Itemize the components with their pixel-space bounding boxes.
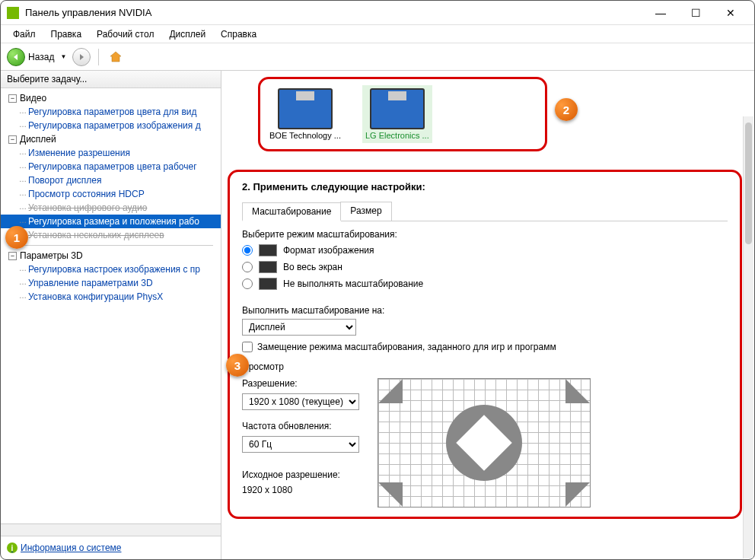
perform-on-select[interactable]: Дисплей: [242, 319, 356, 336]
window-title: Панель управления NVIDIA: [25, 7, 643, 18]
tree-item-3d-manage[interactable]: Управление параметрами 3D: [1, 276, 221, 290]
tree-group-display[interactable]: −Дисплей: [1, 132, 221, 146]
body: Выберите задачу... −Видео Регулировка па…: [1, 71, 754, 559]
display-item-lg[interactable]: LG Electronics ...: [362, 85, 432, 143]
minimize-button[interactable]: —: [643, 1, 678, 25]
system-info-link[interactable]: i Информация о системе: [1, 536, 221, 559]
tree-item-adjust-size-position[interactable]: Регулировка размера и положения рабо: [1, 215, 221, 228]
settings-heading: 2. Применить следующие настройки:: [242, 181, 728, 192]
maximize-button[interactable]: ☐: [678, 1, 713, 25]
menu-desktop[interactable]: Рабочий стол: [91, 27, 160, 41]
tree-item-desktop-color[interactable]: Регулировка параметров цвета рабочег: [1, 160, 221, 173]
corner-tri-icon: [378, 379, 403, 403]
corner-tri-icon: [565, 482, 590, 507]
menubar: Файл Правка Рабочий стол Дисплей Справка: [1, 25, 754, 43]
back-button[interactable]: [7, 48, 25, 66]
radio-none[interactable]: [242, 278, 253, 289]
arrow-left-icon: [11, 52, 21, 62]
sidebar-header: Выберите задачу...: [1, 71, 221, 88]
tab-size[interactable]: Размер: [340, 202, 391, 221]
home-button[interactable]: [107, 48, 125, 66]
app-window: 1 2 3 Панель управления NVIDIA — ☐ ✕ Фай…: [0, 0, 755, 560]
test-pattern-preview: [378, 378, 591, 508]
menu-edit[interactable]: Правка: [45, 27, 88, 41]
toolbar-divider: [98, 49, 99, 65]
tree-group-3d[interactable]: −Параметры 3D: [1, 249, 221, 262]
sidebar: Выберите задачу... −Видео Регулировка па…: [1, 71, 221, 559]
toolbar: Назад ▼: [1, 43, 754, 71]
menu-display[interactable]: Дисплей: [163, 27, 212, 41]
arrow-right-icon: [77, 52, 86, 62]
task-tree: −Видео Регулировка параметров цвета для …: [1, 88, 221, 523]
home-icon: [109, 50, 123, 64]
center-square-icon: [456, 415, 512, 471]
refresh-label: Частота обновления:: [242, 421, 359, 431]
tree-item-video-color[interactable]: Регулировка параметров цвета для вид: [1, 105, 221, 119]
tree-item-digital-audio[interactable]: Установка цифрового аудио: [1, 201, 221, 215]
tree-divider: [8, 245, 213, 246]
center-circle-icon: [446, 405, 522, 481]
menu-file[interactable]: Файл: [7, 27, 42, 41]
scrollbar-thumb[interactable]: [745, 123, 752, 244]
displays-selection-box: BOE Technology ... LG Electronics ...: [258, 77, 547, 151]
scaling-mode-none[interactable]: Не выполнять масштабирование: [242, 278, 728, 290]
tab-scaling[interactable]: Масштабирование: [242, 202, 341, 221]
titlebar: Панель управления NVIDIA — ☐ ✕: [1, 1, 754, 25]
override-scaling-checkbox[interactable]: [242, 342, 253, 352]
scaling-mode-fullscreen[interactable]: Во весь экран: [242, 261, 728, 273]
display-label: LG Electronics ...: [365, 131, 429, 140]
monitor-icon: [370, 88, 425, 129]
corner-tri-icon: [565, 379, 590, 403]
native-res-value: 1920 x 1080: [242, 485, 359, 495]
info-icon: i: [7, 542, 18, 553]
menu-help[interactable]: Справка: [215, 27, 263, 41]
sidebar-horizontal-scrollbar[interactable]: [1, 523, 221, 536]
tree-item-hdcp-status[interactable]: Просмотр состояния HDCP: [1, 187, 221, 201]
radio-aspect[interactable]: [242, 245, 253, 256]
content-pane: BOE Technology ... LG Electronics ... 2.…: [221, 71, 754, 559]
tree-item-3d-image[interactable]: Регулировка настроек изображения с пр: [1, 262, 221, 276]
resolution-select[interactable]: 1920 x 1080 (текущее): [242, 393, 359, 410]
scaling-mode-aspect[interactable]: Формат изображения: [242, 244, 728, 256]
tree-item-physx[interactable]: Установка конфигурации PhysX: [1, 290, 221, 304]
display-label: BOE Technology ...: [269, 131, 341, 140]
display-item-boe[interactable]: BOE Technology ...: [266, 85, 344, 143]
tree-item-multiple-displays[interactable]: Установка нескольких дисплеев: [1, 228, 221, 242]
preview-heading: Просмотр: [242, 361, 728, 372]
annotation-marker-3: 3: [226, 354, 249, 377]
nvidia-icon: [7, 7, 19, 19]
tree-group-video[interactable]: −Видео: [1, 91, 221, 105]
forward-button[interactable]: [72, 48, 91, 66]
radio-fullscreen[interactable]: [242, 262, 253, 272]
perform-on-label: Выполнить масштабирование на:: [242, 305, 728, 316]
monitor-icon: [278, 88, 333, 129]
fullscreen-icon: [259, 261, 277, 273]
override-scaling-checkbox-row[interactable]: Замещение режима масштабирования, заданн…: [242, 342, 728, 352]
close-button[interactable]: ✕: [713, 1, 748, 25]
tree-item-change-resolution[interactable]: Изменение разрешения: [1, 146, 221, 160]
settings-box: 2. Применить следующие настройки: Масшта…: [228, 170, 742, 519]
noscale-icon: [259, 278, 277, 290]
back-label: Назад: [28, 52, 54, 62]
refresh-select[interactable]: 60 Гц: [242, 436, 359, 453]
expander-icon[interactable]: −: [8, 94, 17, 103]
back-history-dropdown[interactable]: ▼: [57, 53, 69, 60]
expander-icon[interactable]: −: [8, 252, 17, 260]
scaling-mode-label: Выберите режим масштабирования:: [242, 229, 728, 240]
content-scrollbar[interactable]: [743, 116, 753, 558]
preview-area: Разрешение: 1920 x 1080 (текущее) Частот…: [242, 378, 728, 508]
annotation-marker-1: 1: [5, 226, 28, 249]
tree-item-video-image[interactable]: Регулировка параметров изображения д: [1, 119, 221, 132]
native-res-label: Исходное разрешение:: [242, 469, 359, 480]
tree-item-rotate-display[interactable]: Поворот дисплея: [1, 173, 221, 187]
window-controls: — ☐ ✕: [643, 1, 748, 25]
expander-icon[interactable]: −: [8, 135, 17, 144]
resolution-label: Разрешение:: [242, 378, 359, 389]
preview-controls: Разрешение: 1920 x 1080 (текущее) Частот…: [242, 378, 359, 495]
corner-tri-icon: [378, 482, 403, 507]
tabs: Масштабирование Размер: [242, 202, 728, 221]
aspect-icon: [259, 244, 277, 256]
annotation-marker-2: 2: [555, 98, 578, 121]
